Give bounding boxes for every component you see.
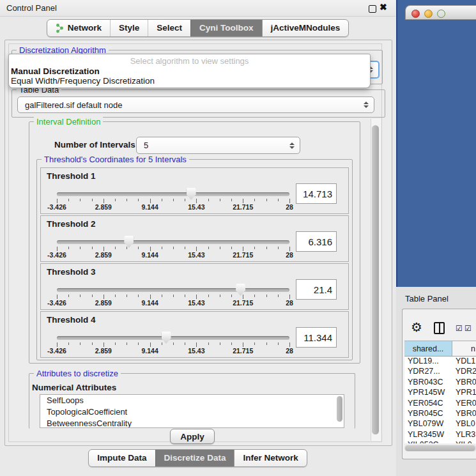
slider-tick: [127, 295, 127, 297]
tab-jactivemnodules[interactable]: jActiveMNodules: [262, 20, 349, 36]
table-row[interactable]: YDR27...YDR2: [404, 367, 476, 377]
threshold-slider-thumb[interactable]: [187, 188, 196, 200]
threshold-value-field[interactable]: 21.4: [296, 279, 337, 300]
slider-tick: [254, 199, 255, 201]
attribute-list-item[interactable]: TopologicalCoefficient: [40, 406, 344, 418]
slider-tick-label: 21.715: [222, 347, 263, 355]
slider-tick: [289, 295, 290, 299]
num-intervals-combo[interactable]: 5: [136, 137, 300, 154]
slider-tick: [220, 295, 220, 297]
slider-tick: [104, 342, 104, 347]
slider-tick: [115, 199, 116, 201]
tab-impute-data[interactable]: Impute Data: [89, 450, 155, 466]
slider-tick-label: -3.426: [36, 251, 77, 259]
attributes-list-scrollbar[interactable]: [337, 396, 342, 422]
column-header-name[interactable]: n: [452, 341, 476, 356]
algorithm-dropdown-popup: Select algorithm to view settings Manual…: [8, 54, 371, 88]
table-hscrollbar-thumb[interactable]: [405, 445, 475, 451]
threshold-slider-thumb[interactable]: [124, 236, 134, 248]
slider-tick-label: 21.715: [222, 251, 263, 259]
slider-tick: [185, 199, 185, 201]
table-row[interactable]: YIL052CYIL0: [404, 440, 476, 443]
slider-tick: [92, 247, 93, 249]
checkbox-icon[interactable]: ☑: [464, 324, 472, 333]
threshold-value-field[interactable]: 6.316: [296, 231, 337, 252]
attribute-list-item[interactable]: BetweennessCentrality: [40, 418, 344, 428]
slider-tick: [127, 342, 127, 345]
slider-tick: [278, 295, 279, 297]
slider-tick: [92, 199, 93, 201]
cell-shared-name: YDR27...: [404, 367, 452, 377]
node-table[interactable]: shared... n YDL19...YDL1YDR27...YDR2YBR0…: [404, 341, 476, 443]
minimize-traffic-light-icon[interactable]: [424, 10, 433, 18]
table-row[interactable]: YBR045CYBR0: [404, 409, 476, 419]
slider-tick: [68, 342, 69, 345]
slider-tick: [104, 295, 104, 299]
threshold-label: Threshold 3: [47, 267, 96, 277]
table-hscrollbar-track[interactable]: [404, 445, 476, 452]
slider-tick: [162, 342, 162, 345]
table-row[interactable]: YBR043CYBR0: [404, 378, 476, 388]
cell-name: YBL0: [452, 419, 476, 429]
column-header-shared-name[interactable]: shared...: [404, 341, 452, 356]
table-row[interactable]: YPR145WYPR1: [404, 388, 476, 398]
table-data-combo[interactable]: galFiltered.sif default node: [17, 96, 374, 113]
slider-tick-label: 21.715: [222, 299, 263, 307]
slider-tick: [243, 199, 243, 203]
tab-select[interactable]: Select: [148, 20, 190, 36]
slider-tick: [138, 199, 139, 201]
slider-tick-label: 28: [269, 299, 310, 307]
close-icon[interactable]: ✖: [380, 2, 387, 12]
threshold-slider-track[interactable]: [57, 336, 289, 340]
table-row[interactable]: YLR345WYLR3: [404, 430, 476, 440]
slider-tick: [243, 295, 243, 299]
float-window-icon[interactable]: [369, 5, 376, 13]
interval-definition-title: Interval Definition: [34, 117, 103, 127]
threshold-value-field[interactable]: 14.713: [296, 183, 337, 204]
tab-style[interactable]: Style: [110, 20, 148, 36]
tab-network[interactable]: Network: [47, 20, 110, 36]
threshold-panel: Threshold 2-3.4262.8599.14415.4321.71528…: [40, 215, 349, 262]
close-traffic-light-icon[interactable]: [411, 10, 420, 18]
dropdown-option-equal-width[interactable]: Equal Width/Frequency Discretization: [11, 76, 365, 86]
cell-shared-name: YBR045C: [404, 409, 452, 419]
tab-cyni-toolbox[interactable]: Cyni Toolbox: [190, 20, 262, 36]
cell-name: YDR2: [452, 367, 476, 377]
settings-scrollbar-thumb[interactable]: [372, 125, 379, 434]
slider-tick: [289, 247, 290, 251]
slider-tick-label: -3.426: [36, 203, 77, 211]
slider-tick: [150, 342, 151, 347]
slider-tick: [173, 342, 174, 345]
slider-tick-label: 15.43: [176, 251, 217, 259]
zoom-traffic-light-icon[interactable]: [437, 10, 445, 18]
dropdown-placeholder: Select algorithm to view settings: [9, 56, 370, 66]
table-data-combo-value: galFiltered.sif default node: [18, 100, 363, 110]
cell-shared-name: YPR145W: [404, 388, 452, 398]
threshold-slider-track[interactable]: [57, 240, 289, 244]
table-row[interactable]: YER054CYER0: [404, 399, 476, 409]
threshold-slider-track[interactable]: [57, 288, 289, 292]
tab-discretize-data[interactable]: Discretize Data: [155, 450, 234, 466]
threshold-slider-thumb[interactable]: [162, 332, 171, 344]
attribute-list-item[interactable]: SelfLoops: [40, 395, 344, 406]
slider-tick: [196, 199, 197, 203]
apply-button[interactable]: Apply: [170, 429, 215, 444]
table-row[interactable]: YDL19...YDL1: [404, 357, 476, 367]
cell-name: YIL0: [452, 440, 476, 443]
threshold-value-field[interactable]: 11.344: [296, 327, 337, 348]
network-view-window: GAL80GACGAL11GAL4GCY1HHAP2: [396, 0, 476, 287]
tab-infer-network[interactable]: Infer Network: [234, 450, 306, 466]
dropdown-option-manual[interactable]: Manual Discretization: [11, 66, 365, 76]
threshold-slider-thumb[interactable]: [236, 284, 245, 296]
table-row[interactable]: YBL079WYBL0: [404, 419, 476, 429]
slider-tick: [266, 247, 267, 249]
columns-icon[interactable]: [434, 322, 445, 334]
gear-icon[interactable]: ⚙: [411, 321, 422, 334]
threshold-slider-track[interactable]: [57, 192, 289, 196]
slider-tick: [162, 247, 162, 249]
slider-tick: [266, 199, 267, 201]
checkbox-icon[interactable]: ☑: [456, 324, 463, 333]
attributes-list[interactable]: SelfLoopsTopologicalCoefficientBetweenne…: [40, 394, 344, 428]
slider-tick: [278, 342, 279, 345]
cell-name: YER0: [452, 399, 476, 409]
